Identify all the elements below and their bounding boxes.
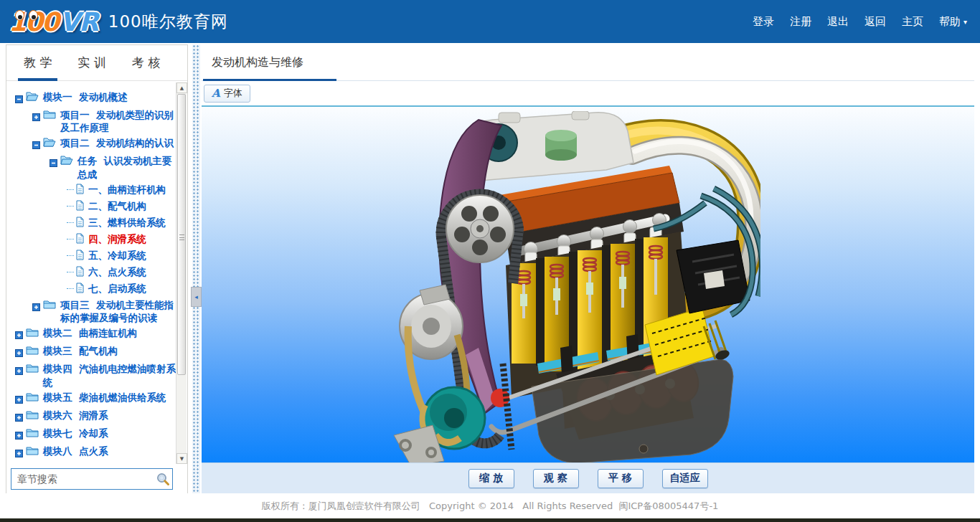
- expand-icon[interactable]: [32, 110, 40, 124]
- font-button[interactable]: A 字体: [204, 85, 250, 103]
- folder-open-icon: [43, 137, 57, 151]
- expand-icon[interactable]: [15, 364, 23, 378]
- expand-icon[interactable]: [32, 300, 40, 314]
- folder-open-icon: [60, 155, 74, 169]
- tree-item[interactable]: 模块二 曲柄连缸机构: [11, 326, 176, 342]
- tree-item-label: 四、润滑系统: [88, 232, 146, 245]
- tree-item[interactable]: 五、冷却系统: [11, 249, 176, 263]
- viewer-button-平移[interactable]: 平 移: [598, 469, 644, 488]
- tree-item[interactable]: 任务 认识发动机主要总成: [11, 154, 176, 180]
- viewer-button-自适应[interactable]: 自适应: [662, 469, 708, 488]
- sidebar-tab-教学[interactable]: 教 学: [24, 45, 52, 80]
- doc-icon: [75, 200, 85, 214]
- chevron-down-icon: ▾: [963, 18, 967, 26]
- tree-item-label: 项目二 发动机结构的认识: [60, 136, 174, 149]
- doc-icon: [75, 184, 85, 197]
- content-tab-bar: 发动机构造与维修: [202, 44, 974, 81]
- tree-connector: [67, 255, 74, 256]
- tree-connector: [67, 222, 74, 223]
- site-logo[interactable]: 100 VR: [9, 7, 98, 37]
- tree-connector: [67, 272, 74, 272]
- tree-item[interactable]: 模块五 柴油机燃油供给系统: [11, 391, 176, 407]
- expand-icon[interactable]: [15, 411, 23, 424]
- tree-item[interactable]: 七、启动系统: [11, 282, 176, 296]
- panel-splitter[interactable]: ◂: [192, 44, 200, 496]
- folder-closed-icon: [26, 363, 39, 376]
- collapse-icon[interactable]: [32, 138, 40, 152]
- sidebar-tab-实训[interactable]: 实 训: [77, 45, 105, 80]
- folder-closed-icon: [26, 409, 39, 423]
- header-nav: 登录注册退出返回主页帮助▾: [753, 15, 980, 29]
- header-link-返回[interactable]: 返回: [864, 15, 886, 29]
- folder-closed-icon: [43, 109, 57, 123]
- doc-icon: [75, 266, 85, 280]
- header-link-帮助[interactable]: 帮助▾: [939, 15, 967, 29]
- folder-closed-icon: [26, 445, 39, 459]
- tree-item[interactable]: 模块一 发动机概述: [11, 90, 176, 106]
- sidebar-tab-考核[interactable]: 考 核: [132, 45, 160, 80]
- expand-icon[interactable]: [15, 328, 23, 342]
- tree-connector: [67, 189, 74, 190]
- tree-item-label: 模块二 曲柄连缸机构: [43, 326, 137, 339]
- tree-connector: [67, 206, 74, 207]
- tree-item[interactable]: 模块八 点火系: [11, 445, 176, 460]
- tree-item[interactable]: 模块七 冷却系: [11, 427, 176, 442]
- tree-item[interactable]: 项目一 发动机类型的识别及工作原理: [11, 108, 176, 134]
- splitter-collapse-handle[interactable]: ◂: [191, 287, 202, 307]
- logo-eye-icon: [15, 10, 24, 21]
- header-link-登录[interactable]: 登录: [753, 15, 774, 29]
- tree-item-label: 模块七 冷却系: [43, 427, 108, 440]
- folder-closed-icon: [26, 345, 39, 359]
- tree-item-label: 模块一 发动机概述: [43, 90, 127, 103]
- font-button-label: 字体: [224, 87, 242, 100]
- viewer-control-bar: 缩 放观 察平 移自适应: [202, 462, 974, 493]
- tree-item-label: 项目一 发动机类型的识别及工作原理: [60, 108, 176, 134]
- doc-icon: [75, 250, 85, 263]
- tree-item[interactable]: 二、配气机构: [11, 199, 176, 214]
- expand-icon[interactable]: [15, 346, 23, 360]
- folder-closed-icon: [43, 299, 57, 313]
- folder-closed-icon: [26, 327, 39, 341]
- tree-item-label: 任务 认识发动机主要总成: [77, 154, 176, 180]
- tree-item[interactable]: 模块三 配气机构: [11, 344, 176, 360]
- search-icon[interactable]: [154, 472, 172, 486]
- tree-item-label: 三、燃料供给系统: [88, 216, 166, 229]
- collapse-icon[interactable]: [50, 156, 57, 170]
- collapse-icon[interactable]: [15, 92, 23, 106]
- scroll-up-button[interactable]: ▲: [176, 82, 187, 93]
- search-input[interactable]: [11, 473, 154, 485]
- viewer-button-缩放[interactable]: 缩 放: [468, 469, 514, 488]
- tree-item[interactable]: 六、点火系统: [11, 265, 176, 280]
- tree-item-label: 模块六 润滑系: [43, 409, 108, 422]
- site-title: 100唯尔教育网: [108, 11, 228, 33]
- page-footer: 版权所有：厦门凤凰创壹软件有限公司 Copyright © 2014 All R…: [0, 493, 980, 518]
- chapter-tree: 模块一 发动机概述项目一 发动机类型的识别及工作原理项目二 发动机结构的认识任务…: [6, 82, 176, 462]
- header-link-退出[interactable]: 退出: [827, 15, 849, 29]
- tree-item[interactable]: 四、润滑系统: [11, 232, 176, 247]
- doc-icon: [75, 233, 85, 247]
- scrollbar-thumb[interactable]: [177, 94, 186, 375]
- doc-icon: [75, 283, 85, 296]
- main-content-panel: 发动机构造与维修 A 字体: [202, 44, 974, 493]
- header-link-注册[interactable]: 注册: [790, 15, 811, 29]
- tree-item[interactable]: 项目二 发动机结构的认识: [11, 136, 176, 152]
- tree-scrollbar[interactable]: ▲ ▼: [176, 82, 187, 464]
- folder-open-icon: [26, 91, 39, 105]
- tab-engine-course[interactable]: 发动机构造与维修: [203, 47, 336, 81]
- font-icon: A: [212, 87, 220, 100]
- tree-item[interactable]: 模块四 汽油机电控燃油喷射系统: [11, 362, 176, 388]
- 3d-viewer-canvas[interactable]: [202, 105, 974, 462]
- tree-item-label: 模块四 汽油机电控燃油喷射系统: [43, 362, 176, 388]
- tree-connector: [67, 288, 74, 289]
- expand-icon[interactable]: [15, 429, 23, 442]
- tree-item[interactable]: 三、燃料供给系统: [11, 216, 176, 230]
- viewer-button-观察[interactable]: 观 察: [533, 469, 579, 488]
- tree-item[interactable]: 一、曲柄连杆机构: [11, 183, 176, 197]
- scroll-down-button[interactable]: ▼: [176, 453, 187, 464]
- tree-item[interactable]: 模块六 润滑系: [11, 409, 176, 424]
- expand-icon[interactable]: [15, 393, 23, 407]
- expand-icon[interactable]: [15, 447, 23, 460]
- tree-item[interactable]: 项目三 发动机主要性能指标的掌握及编号的识读: [11, 298, 176, 324]
- tree-item-label: 七、启动系统: [88, 282, 146, 295]
- header-link-主页[interactable]: 主页: [902, 15, 923, 29]
